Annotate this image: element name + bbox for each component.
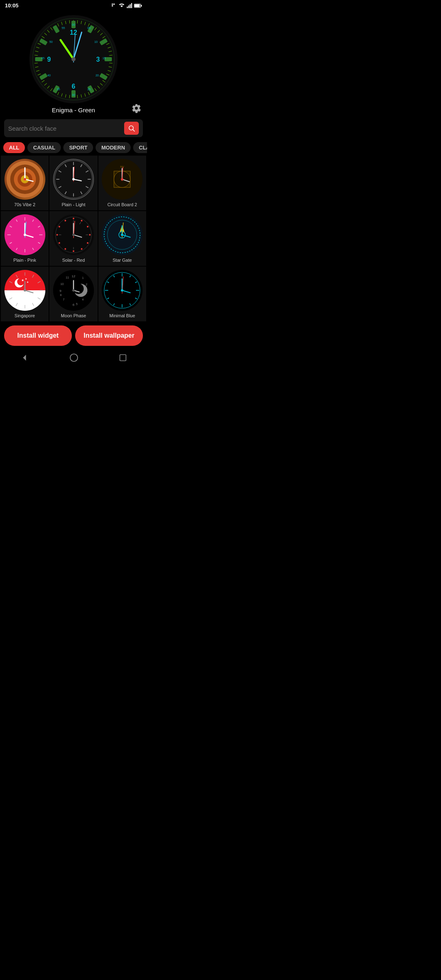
tab-casual[interactable]: CASUAL: [27, 142, 61, 153]
svg-rect-9: [141, 4, 142, 6]
svg-line-186: [32, 275, 34, 278]
clock-label-3: Circuit Board 2: [107, 202, 137, 207]
clock-thumb-8: 12 3 6 9 1 2 4 5 7 8 10 11: [53, 270, 94, 311]
svg-line-193: [9, 298, 12, 299]
svg-text:45: 45: [41, 57, 45, 60]
svg-rect-4: [128, 5, 129, 8]
home-button[interactable]: [69, 353, 78, 365]
clock-thumb-1: [4, 159, 45, 200]
svg-point-176: [121, 234, 123, 236]
svg-point-153: [73, 250, 74, 252]
search-bar-container: [0, 116, 147, 140]
svg-rect-1: [114, 3, 115, 4]
status-time: 10:05: [5, 2, 18, 9]
clock-item-5[interactable]: Solar - Red: [49, 211, 97, 266]
svg-text:12: 12: [72, 274, 76, 278]
svg-rect-236: [120, 355, 126, 361]
clock-label-2: Plain - Light: [62, 202, 85, 207]
svg-text:00: 00: [72, 23, 75, 26]
recents-icon: [119, 354, 127, 362]
clock-thumb-5: [53, 214, 94, 255]
clock-label-1: 70s Vibe 2: [14, 202, 36, 207]
svg-text:5: 5: [76, 303, 78, 305]
svg-text:1: 1: [82, 276, 84, 279]
search-icon: [128, 125, 135, 132]
tab-sport[interactable]: SPORT: [63, 142, 93, 153]
svg-text:9: 9: [60, 289, 62, 293]
svg-rect-0: [112, 3, 113, 4]
svg-marker-234: [23, 355, 26, 361]
clock-item-8[interactable]: 12 3 6 9 1 2 4 5 7 8 10 11 Moon Phase: [49, 267, 97, 321]
tab-all[interactable]: ALL: [3, 142, 25, 153]
svg-text:50: 50: [49, 40, 53, 43]
clock-thumb-4: [4, 214, 45, 255]
clock-item-7[interactable]: ★ ★ ★: [1, 267, 49, 321]
search-button[interactable]: [124, 122, 139, 135]
svg-line-192: [16, 303, 18, 306]
clock-item-2[interactable]: Plain - Light: [49, 156, 97, 210]
settings-button[interactable]: [131, 103, 141, 114]
search-input[interactable]: [8, 125, 124, 132]
signal-icon: [127, 3, 132, 9]
recents-button[interactable]: [119, 354, 127, 364]
svg-text:11: 11: [66, 276, 69, 279]
clock-item-4[interactable]: Plain - Pink: [1, 211, 49, 266]
svg-rect-2: [112, 5, 113, 6]
back-button[interactable]: [20, 353, 29, 365]
svg-text:3: 3: [86, 289, 88, 293]
clock-label-5: Solar - Red: [62, 258, 85, 263]
bottom-buttons: Install widget Install wallpaper: [0, 321, 147, 350]
clock-label-6: Star Gate: [113, 258, 132, 263]
clock-item-6[interactable]: Star Gate: [98, 211, 146, 266]
clock-item-3[interactable]: NV Circuit Board 2: [98, 156, 146, 210]
svg-rect-8: [134, 4, 140, 7]
tab-classic[interactable]: CLASSIC: [133, 142, 147, 153]
svg-text:30: 30: [72, 94, 75, 96]
svg-line-189: [38, 298, 40, 299]
svg-line-187: [38, 281, 40, 283]
install-wallpaper-button[interactable]: Install wallpaper: [75, 325, 143, 346]
svg-text:6: 6: [72, 83, 76, 90]
svg-line-195: [9, 281, 12, 283]
clock-label-row: Enigma - Green: [0, 107, 147, 114]
install-widget-button[interactable]: Install widget: [4, 325, 72, 346]
bottom-nav: [0, 350, 147, 369]
clock-preview-area: 12 3 6 9 00 05 55 10 50 15 45 20 40 25 3…: [0, 10, 147, 116]
svg-point-150: [89, 234, 91, 236]
svg-rect-5: [130, 4, 131, 8]
clock-thumb-7: ★ ★ ★: [4, 270, 45, 311]
svg-point-233: [121, 289, 123, 292]
clock-label-9: Minimal Blue: [109, 313, 135, 318]
category-tabs: ALLCASUALSPORTMODERNCLASSICFUNSIMPLE›: [0, 140, 147, 156]
svg-text:4: 4: [82, 298, 84, 301]
status-icons: [111, 3, 142, 9]
svg-text:12: 12: [70, 29, 77, 36]
clock-item-9[interactable]: Minimal Blue: [98, 267, 146, 321]
tab-modern[interactable]: MODERN: [96, 142, 131, 153]
clock-label-8: Moon Phase: [61, 313, 86, 318]
svg-point-102: [24, 178, 26, 180]
clock-item-1[interactable]: 70s Vibe 2: [1, 156, 49, 210]
svg-text:9: 9: [47, 56, 51, 63]
svg-text:★: ★: [24, 278, 27, 280]
svg-line-196: [16, 275, 18, 278]
clock-thumb-3: NV: [102, 159, 143, 200]
wifi-icon: [118, 3, 125, 9]
svg-point-200: [73, 283, 84, 294]
clock-label-7: Singapore: [15, 313, 35, 318]
gear-icon: [131, 103, 141, 113]
svg-text:05: 05: [87, 27, 91, 29]
svg-text:10: 10: [94, 40, 98, 43]
clock-thumb-9: [102, 270, 143, 311]
svg-point-144: [24, 234, 26, 236]
svg-text:10: 10: [60, 283, 64, 285]
svg-text:6: 6: [73, 303, 75, 307]
svg-point-127: [121, 178, 123, 180]
svg-text:20: 20: [96, 74, 99, 77]
clock-thumb-6: [102, 214, 143, 255]
search-bar: [4, 119, 143, 137]
back-icon: [20, 353, 29, 362]
svg-point-92: [71, 57, 76, 61]
svg-rect-3: [127, 7, 128, 8]
svg-text:40: 40: [47, 74, 51, 77]
